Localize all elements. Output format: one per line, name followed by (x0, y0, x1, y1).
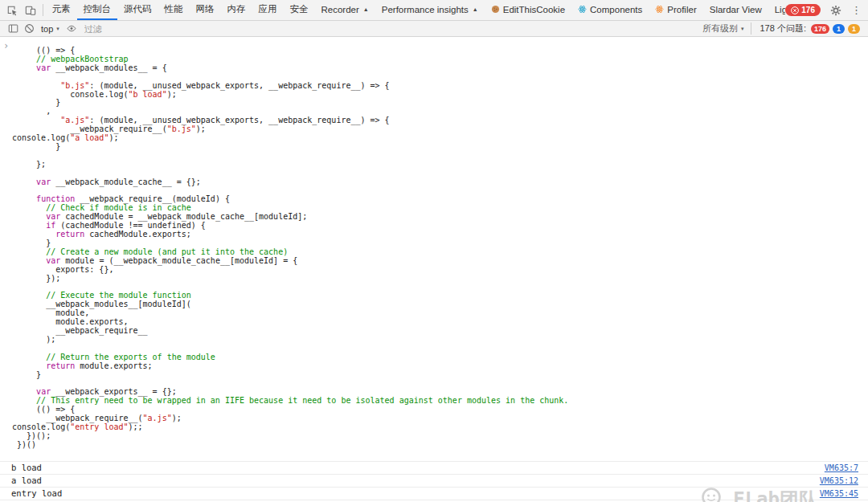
code-line: }; (12, 161, 568, 169)
code-line: console.log("entry load");; (12, 423, 568, 432)
tab-label: 源代码 (124, 3, 152, 15)
tab-label: EditThisCookie (503, 5, 565, 14)
execution-context-label: top (41, 24, 53, 34)
console-filter-input[interactable] (84, 24, 261, 34)
log-levels-label: 所有级别 (702, 22, 738, 35)
tab-label: Profiler (667, 5, 696, 14)
code-line: exports: {}, (12, 266, 568, 275)
tab-bar-right: 176 ⋮ (785, 0, 868, 20)
settings-gear-icon[interactable] (826, 0, 845, 20)
tab-security[interactable]: 安全 (284, 0, 315, 20)
log-message: entry load (11, 488, 62, 498)
tab-application[interactable]: 应用 (252, 0, 284, 20)
log-message: b load (11, 463, 42, 472)
error-count-badge[interactable]: 176 (785, 4, 821, 16)
source-location-link[interactable]: VM635:12 (820, 476, 858, 485)
issue-count-badge[interactable]: 1 (833, 24, 845, 34)
console-panel: › (() => { // webpackBootstrap var __web… (0, 37, 868, 501)
source-location-link[interactable]: VM635:7 (825, 463, 858, 472)
code-line: __webpack_modules__[moduleId]( (12, 300, 568, 309)
tab-console[interactable]: 控制台 (77, 0, 118, 20)
toolbar-separator (43, 4, 43, 16)
inspect-element-icon[interactable] (3, 0, 22, 20)
code-line: // This entry need to be wrapped in an I… (12, 397, 568, 406)
command-code: (() => { // webpackBootstrap var __webpa… (12, 39, 568, 450)
more-options-kebab-icon[interactable]: ⋮ (851, 5, 862, 15)
code-line: ); (12, 336, 568, 345)
tab-performance[interactable]: 性能 (158, 0, 190, 20)
code-line: __webpack_require__ (12, 327, 568, 336)
error-circle-icon (791, 6, 799, 14)
console-toolbar: top ▾ 所有级别 ▾ 178 个问题: 17611 (0, 21, 868, 37)
react-orange-icon (655, 5, 664, 14)
code-line: } (12, 99, 568, 108)
log-levels-selector[interactable]: 所有级别 ▾ (698, 22, 748, 35)
tab-label: 内存 (227, 3, 246, 15)
console-sidebar-toggle-icon[interactable] (5, 21, 21, 36)
tab-label: Slardar View (710, 5, 762, 14)
code-line: var __webpack_modules__ = { (12, 64, 568, 73)
tab-label: Performance insights (382, 5, 469, 14)
tab-elements[interactable]: 元素 (46, 0, 77, 20)
tab-label: Lighthouse (775, 5, 786, 14)
tab-lighthouse[interactable]: Lighthouse (768, 0, 786, 20)
tab-recorder[interactable]: Recorder▲ (315, 0, 375, 20)
toggle-device-toolbar-icon[interactable] (22, 0, 40, 20)
code-line: console.log("a load"); (12, 134, 568, 143)
code-line: console.log("b load"); (12, 91, 568, 100)
warning-triangle-icon: ▲ (363, 6, 369, 12)
source-location-link[interactable]: VM635:45 (820, 489, 858, 498)
issues-count-label: 178 个问题: (760, 22, 806, 35)
warning-triangle-icon: ▲ (473, 6, 478, 12)
devtools-tab-bar: 元素控制台源代码性能网络内存应用安全Recorder▲Performance i… (0, 0, 868, 21)
issue-count-badge[interactable]: 176 (811, 24, 829, 34)
code-line: } (12, 143, 568, 152)
code-line (12, 152, 568, 161)
console-toolbar-right: 所有级别 ▾ 178 个问题: 17611 (698, 22, 863, 35)
devtools-tabs: 元素控制台源代码性能网络内存应用安全Recorder▲Performance i… (46, 0, 786, 20)
clear-console-icon[interactable] (21, 21, 37, 36)
console-log-row: a loadVM635:12 (0, 474, 868, 487)
tab-components[interactable]: Components (571, 0, 649, 20)
issue-badges: 17611 (808, 24, 863, 34)
tab-performance-insights[interactable]: Performance insights▲ (375, 0, 485, 20)
tab-label: Recorder (321, 5, 359, 14)
console-log-row: entry loadVM635:45 (0, 487, 868, 500)
code-line: }); (12, 275, 568, 284)
toolbar-separator (751, 22, 751, 35)
live-expression-eye-icon[interactable] (63, 21, 80, 36)
tab-label: 元素 (52, 3, 71, 15)
console-command-echo: › (() => { // webpackBootstrap var __web… (0, 37, 868, 461)
console-log-row: b loadVM635:7 (0, 461, 868, 474)
tab-label: 安全 (290, 3, 309, 15)
tab-label: 性能 (165, 3, 183, 15)
react-blue-icon (578, 5, 587, 14)
code-line: })() (12, 441, 568, 450)
code-line: return cachedModule.exports; (12, 231, 568, 239)
tab-memory[interactable]: 内存 (221, 0, 252, 20)
tab-label: 应用 (259, 3, 277, 15)
command-prompt-chevron-icon: › (3, 39, 12, 450)
error-count: 176 (801, 6, 815, 14)
cookie-icon (491, 5, 500, 14)
code-line: })(); (12, 432, 568, 441)
tab-network[interactable]: 网络 (190, 0, 221, 20)
execution-context-selector[interactable]: top ▾ (37, 24, 63, 34)
chevron-down-icon: ▾ (56, 26, 59, 32)
issue-count-badge[interactable]: 1 (848, 24, 860, 34)
console-output: b loadVM635:7a loadVM635:12entry loadVM6… (0, 461, 868, 502)
code-line: var __webpack_module_cache__ = {}; (12, 178, 568, 187)
tab-profiler[interactable]: Profiler (649, 0, 702, 20)
tab-editthiscookie[interactable]: EditThisCookie (485, 0, 571, 20)
code-line: } (12, 371, 568, 380)
code-line: return module.exports; (12, 362, 568, 371)
tab-label: Components (590, 5, 642, 14)
tab-label: 网络 (196, 3, 215, 15)
log-message: a load (11, 475, 42, 485)
tab-sources[interactable]: 源代码 (117, 0, 158, 20)
chevron-down-icon: ▾ (741, 26, 744, 32)
tab-slardar-view[interactable]: Slardar View (703, 0, 768, 20)
tab-label: 控制台 (84, 3, 112, 15)
